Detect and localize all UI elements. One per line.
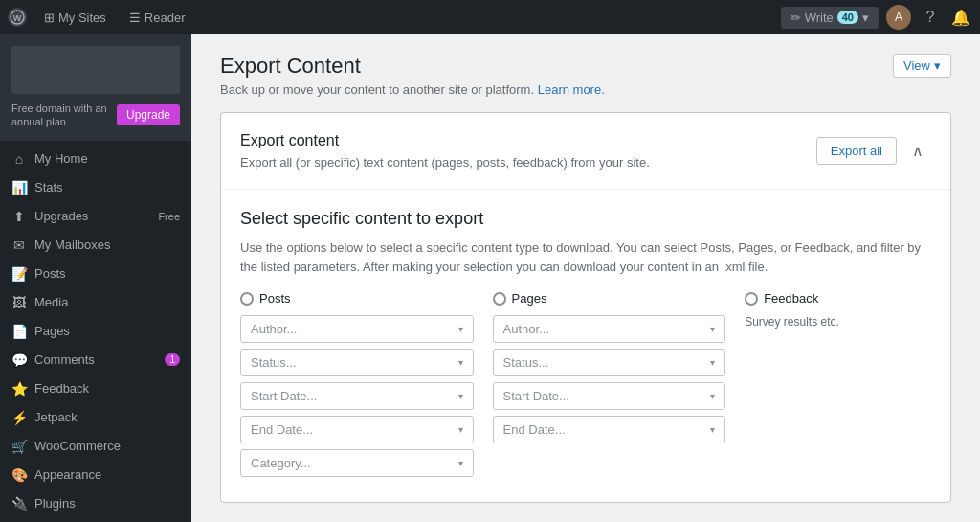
pages-start-date-dropdown[interactable]: Start Date... ▾ (493, 382, 726, 410)
topbar-left: W ⊞ My Sites ☰ Reader (8, 8, 190, 27)
sidebar-item-stats[interactable]: 📊 Stats (0, 173, 191, 202)
sidebar-item-users[interactable]: 👤 Users (0, 518, 191, 522)
pages-type-label: Pages (493, 291, 726, 306)
chevron-down-icon: ▾ (458, 324, 463, 334)
reader-link[interactable]: ☰ Reader (123, 11, 191, 25)
chevron-down-icon: ▾ (862, 11, 869, 25)
content-header: Export Content Back up or move your cont… (220, 54, 951, 97)
posts-category-dropdown[interactable]: Category... ▾ (240, 449, 474, 477)
pages-status-dropdown[interactable]: Status... ▾ (493, 349, 726, 376)
reader-icon: ☰ (129, 11, 141, 25)
grid-icon: ⊞ (44, 11, 55, 25)
page-header: Export Content Back up or move your cont… (220, 54, 605, 97)
upgrade-button[interactable]: Upgrade (117, 104, 180, 125)
chevron-down-icon: ▾ (458, 424, 463, 435)
pencil-icon: ✏ (791, 11, 801, 25)
export-all-actions: Export all ∧ (816, 137, 931, 165)
content-types: Posts Author... ▾ Status... ▾ Start Date… (240, 291, 931, 483)
plugins-icon: 🔌 (11, 496, 27, 511)
sidebar-item-comments[interactable]: 💬 Comments 1 (0, 346, 191, 374)
mail-icon: ✉ (11, 238, 27, 253)
stats-icon: 📊 (11, 180, 27, 195)
sidebar-item-woocommerce[interactable]: 🛒 WooCommerce (0, 432, 191, 461)
chevron-down-icon: ▾ (458, 357, 463, 368)
free-badge: Free (158, 211, 180, 222)
sidebar-item-posts[interactable]: 📝 Posts (0, 260, 191, 288)
upgrade-text: Free domain with an annual plan (11, 102, 117, 129)
appearance-icon: 🎨 (11, 467, 27, 483)
comments-icon: 💬 (11, 352, 27, 368)
posts-type-label: Posts (240, 291, 474, 306)
chevron-down-icon: ▾ (458, 391, 463, 401)
export-all-button[interactable]: Export all (816, 137, 897, 165)
jetpack-icon: ⚡ (11, 410, 27, 425)
chevron-down-icon: ▾ (710, 424, 715, 435)
chevron-down-icon: ▾ (458, 458, 463, 468)
posts-column: Posts Author... ▾ Status... ▾ Start Date… (240, 291, 474, 483)
media-icon: 🖼 (11, 295, 27, 310)
sidebar-nav: ⌂ My Home 📊 Stats ⬆ Upgrades Free ✉ My M… (0, 141, 191, 522)
chevron-down-icon: ▾ (934, 58, 941, 73)
export-all-section: Export content Export all (or specific) … (221, 113, 950, 190)
pages-column: Pages Author... ▾ Status... ▾ Start Date… (493, 291, 726, 483)
avatar[interactable]: A (886, 5, 911, 30)
sidebar-item-appearance[interactable]: 🎨 Appearance (0, 461, 191, 489)
collapse-button[interactable]: ∧ (904, 138, 931, 165)
feedback-type-label: Feedback (745, 291, 931, 306)
pages-radio[interactable] (493, 292, 506, 306)
upgrade-row: Free domain with an annual plan Upgrade (11, 102, 180, 129)
svg-text:W: W (13, 13, 22, 23)
topbar-right: ✏ Write 40 ▾ A ? 🔔 (781, 5, 972, 30)
upgrades-icon: ⬆ (11, 209, 27, 224)
learn-more-link[interactable]: Learn more. (538, 82, 605, 97)
woocommerce-icon: 🛒 (11, 439, 27, 454)
posts-icon: 📝 (11, 266, 27, 282)
select-title: Select specific content to export (240, 209, 931, 229)
feedback-icon: ⭐ (11, 381, 27, 397)
export-all-header: Export content Export all (or specific) … (240, 132, 931, 170)
notifications-icon[interactable]: 🔔 (949, 6, 972, 29)
export-all-info: Export content Export all (or specific) … (240, 132, 650, 170)
main-layout: Free domain with an annual plan Upgrade … (0, 34, 980, 522)
write-count-badge: 40 (837, 11, 858, 24)
chevron-down-icon: ▾ (710, 391, 715, 401)
posts-start-date-dropdown[interactable]: Start Date... ▾ (240, 382, 474, 410)
posts-radio[interactable] (240, 292, 254, 306)
feedback-note: Survey results etc. (745, 315, 931, 329)
select-content-section: Select specific content to export Use th… (221, 190, 950, 502)
export-card-desc: Export all (or specific) text content (p… (240, 155, 650, 170)
pages-end-date-dropdown[interactable]: End Date... ▾ (493, 416, 726, 443)
pages-author-dropdown[interactable]: Author... ▾ (493, 315, 726, 343)
topbar: W ⊞ My Sites ☰ Reader ✏ Write 40 ▾ A ? 🔔 (0, 0, 980, 34)
site-banner: Free domain with an annual plan Upgrade (0, 34, 191, 141)
sidebar-item-pages[interactable]: 📄 Pages (0, 317, 191, 346)
sidebar-item-my-home[interactable]: ⌂ My Home (0, 145, 191, 173)
posts-author-dropdown[interactable]: Author... ▾ (240, 315, 474, 343)
chevron-down-icon: ▾ (710, 357, 715, 368)
posts-end-date-dropdown[interactable]: End Date... ▾ (240, 416, 474, 443)
write-button[interactable]: ✏ Write 40 ▾ (781, 7, 879, 29)
help-icon[interactable]: ? (919, 6, 942, 29)
posts-status-dropdown[interactable]: Status... ▾ (240, 349, 474, 376)
sidebar-item-media[interactable]: 🖼 Media (0, 288, 191, 317)
export-card: Export content Export all (or specific) … (220, 112, 951, 503)
feedback-radio[interactable] (745, 292, 758, 306)
content-area: Export Content Back up or move your cont… (191, 34, 980, 522)
page-subtitle: Back up or move your content to another … (220, 82, 605, 97)
pages-icon: 📄 (11, 324, 27, 339)
chevron-down-icon: ▾ (710, 324, 715, 334)
my-sites-link[interactable]: ⊞ My Sites (38, 11, 112, 25)
sidebar-item-feedback[interactable]: ⭐ Feedback (0, 374, 191, 403)
sidebar-item-my-mailboxes[interactable]: ✉ My Mailboxes (0, 231, 191, 260)
sidebar-item-jetpack[interactable]: ⚡ Jetpack (0, 403, 191, 432)
site-thumbnail (11, 46, 180, 94)
comments-badge: 1 (165, 353, 180, 366)
sidebar-item-plugins[interactable]: 🔌 Plugins (0, 489, 191, 518)
sidebar-item-upgrades[interactable]: ⬆ Upgrades Free (0, 202, 191, 231)
wp-logo-icon[interactable]: W (8, 8, 27, 27)
home-icon: ⌂ (11, 151, 27, 167)
feedback-column: Feedback Survey results etc. (745, 291, 931, 483)
page-title: Export Content (220, 54, 605, 79)
view-button[interactable]: View ▾ (893, 54, 951, 78)
sidebar: Free domain with an annual plan Upgrade … (0, 34, 191, 522)
